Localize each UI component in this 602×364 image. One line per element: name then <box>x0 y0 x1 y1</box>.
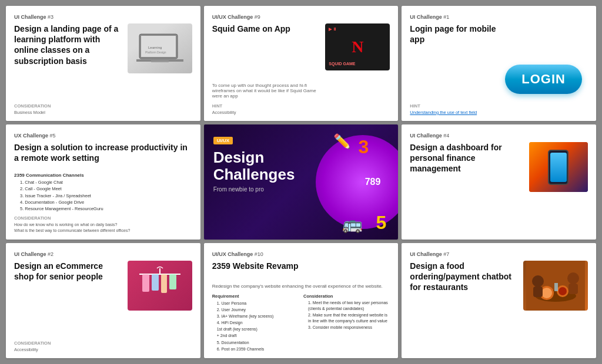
card3-login-btn: LOGIN <box>505 65 582 94</box>
card6-phone <box>548 150 568 185</box>
card2-image: N SQUID GAME ▶ ⏸ <box>325 23 390 70</box>
card7-badge: UI Challenge #2 <box>14 251 192 257</box>
svg-rect-10 <box>161 274 167 293</box>
netflix-logo: N <box>352 38 363 56</box>
card-squid-game: UI/UX Challenge #9 Squid Game on App To … <box>204 6 399 121</box>
card-food-chatbot: UI Challenge #7 Design a food ordering/p… <box>402 243 596 358</box>
card9-badge: UI Challenge #7 <box>410 251 588 257</box>
card1-consideration-label: Consideration <box>14 103 123 109</box>
card3-hint-link[interactable]: Understanding the use of text field <box>410 110 588 115</box>
card7-consideration-label: Consideration <box>14 341 123 346</box>
card9-image <box>523 261 588 311</box>
card6-image <box>529 142 588 192</box>
card4-subtitle: From newbie to pro <box>213 186 389 193</box>
card-finance-dashboard: UI Challenge #4 Design a dashboard for p… <box>402 124 596 240</box>
card7-image <box>128 261 192 311</box>
card-learning-platform: UI Challenge #3 Design a landing page of… <box>6 6 200 121</box>
card7-title: Design an eCommerce shop for senior peop… <box>14 261 123 337</box>
card5-badge: UX Challenge #5 <box>14 133 192 139</box>
card6-badge: UI Challenge #4 <box>410 133 588 139</box>
svg-rect-23 <box>526 261 585 311</box>
card3-login-area: LOGIN <box>410 60 588 97</box>
svg-rect-8 <box>142 274 149 292</box>
card8-consideration-1: 1. Meet the needs of two key user person… <box>308 300 390 312</box>
card8-req-6: + 2nd draft <box>217 332 299 339</box>
card3-title: Login page for mobile app <box>410 23 507 60</box>
card8-req-2: 2. User Journey <box>217 306 299 313</box>
card5-consideration: How do we know who is working on what on… <box>14 222 192 234</box>
card4-badge: UI/UX <box>213 137 233 144</box>
card8-req-1: 1. User Persona <box>217 300 299 306</box>
card-website-revamp: UI/UX Challenge #10 2359 Website Revamp … <box>204 243 399 358</box>
card6-title: Design a dashboard for personal finance … <box>410 142 524 234</box>
card7-consideration: Accessibility <box>14 347 123 352</box>
card8-req-7: 5. Documentation <box>217 339 299 346</box>
main-grid: UI Challenge #3 Design a landing page of… <box>0 0 602 364</box>
card2-subtitle: To come up with our thought process and … <box>212 83 321 99</box>
card8-title: 2359 Website Revamp <box>212 261 390 281</box>
card5-list-item-2: 2. Call - Google Meet <box>20 186 192 192</box>
card8-subtitle: Redesign the company's website enhancing… <box>212 283 390 289</box>
card8-req-label: Requirement <box>212 294 299 299</box>
card1-consideration: Business Model <box>14 110 123 115</box>
svg-rect-3 <box>151 60 169 62</box>
card-design-challenges: UI/UX DesignChallenges From newbie to pr… <box>204 124 399 240</box>
card5-list-item-3: 3. Issue Tracker - Jira / Spreadsheet <box>20 193 192 199</box>
card5-list-label: 2359 Communication Channels <box>14 173 192 178</box>
card1-badge: UI Challenge #3 <box>14 14 192 20</box>
card9-title: Design a food ordering/payment chatbot f… <box>410 261 519 352</box>
card5-list-item-4: 4. Documentation - Google Drive <box>20 199 192 205</box>
card2-hint: Accessibility <box>212 110 321 115</box>
card5-list-item-5: 5. Resource Management - ResourceGuru <box>20 205 192 212</box>
card3-badge: UI Challenge #1 <box>410 14 588 20</box>
card1-title: Design a landing page of a learning plat… <box>14 23 123 100</box>
card5-list-item-1: 1. Chat - Google Chat <box>20 179 192 186</box>
card8-consideration-3: 3. Consider mobile responsiveness <box>308 325 390 331</box>
card8-req-4: 4. HiFi Design <box>217 319 299 326</box>
card3-hint-label: Hint <box>410 103 588 109</box>
card8-consideration-label: Consideration <box>303 294 390 299</box>
card8-req-8: 6. Post on 2359 Channels <box>217 346 299 352</box>
svg-text:Platform Design: Platform Design <box>145 50 166 54</box>
card5-consideration-label: Consideration <box>14 215 192 221</box>
card5-title: Design a solution to increase productivi… <box>14 142 192 169</box>
card2-badge: UI/UX Challenge #9 <box>212 14 390 20</box>
card8-consideration-2: 2. Make sure that the redesigned website… <box>308 312 390 325</box>
card8-req-3: 3. IA+ Wireframe (key screens) <box>217 313 299 319</box>
svg-rect-9 <box>152 274 159 291</box>
card2-hint-label: Hint <box>212 103 321 109</box>
svg-text:Learning: Learning <box>148 46 162 49</box>
card-productivity: UX Challenge #5 Design a solution to inc… <box>6 124 200 240</box>
card2-title: Squid Game on App <box>212 23 321 80</box>
squid-game-text: SQUID GAME <box>329 62 355 66</box>
card8-badge: UI/UX Challenge #10 <box>212 251 390 257</box>
svg-rect-11 <box>169 274 176 289</box>
card8-req-5: 1st draft (key screens) <box>217 326 299 332</box>
card1-image: Learning Platform Design <box>128 23 192 73</box>
card-ecommerce-senior: UI Challenge #2 Design an eCommerce shop… <box>6 243 200 358</box>
card-login-page: UI Challenge #1 Login page for mobile ap… <box>402 6 596 121</box>
